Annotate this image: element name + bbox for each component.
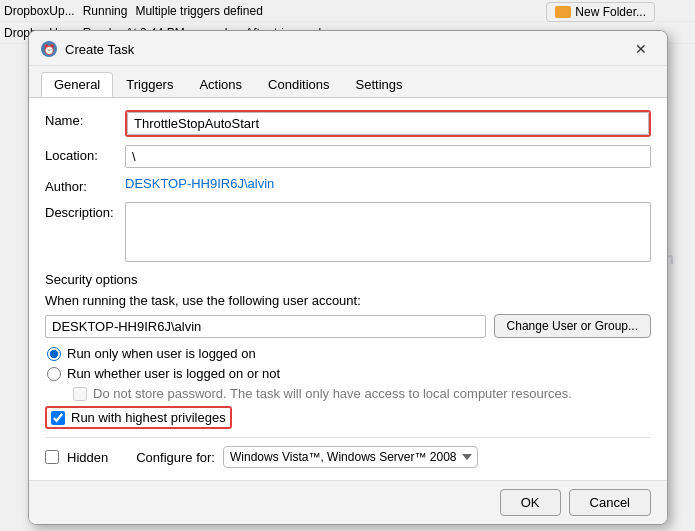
tab-bar: General Triggers Actions Conditions Sett… [29,66,667,97]
name-input-highlight [125,110,651,137]
dialog-footer: OK Cancel [29,480,667,524]
radio-logged-on[interactable] [47,347,61,361]
create-task-dialog: ⏰ Create Task ✕ General Triggers Actions… [28,30,668,525]
hidden-checkbox[interactable] [45,450,59,464]
tab-actions[interactable]: Actions [186,72,255,97]
user-account-row: Change User or Group... [45,314,651,338]
cancel-button[interactable]: Cancel [569,489,651,516]
tab-settings[interactable]: Settings [343,72,416,97]
run-highest-checkbox[interactable] [51,411,65,425]
dialog-title: Create Task [65,42,619,57]
no-store-checkbox [73,387,87,401]
dialog-content: Name: Location: Author: DESKTOP-HH9IR6J\… [29,97,667,480]
run-highest-row: Run with highest privileges [45,406,232,429]
bottom-row: Hidden Configure for: Windows Vista™, Wi… [45,437,651,468]
close-button[interactable]: ✕ [627,39,655,59]
name-input[interactable] [127,112,649,135]
bg-task-name-1: DropboxUp... [4,4,75,18]
tab-general[interactable]: General [41,72,113,97]
radio-logged-off-label[interactable]: Run whether user is logged on or not [67,366,280,381]
description-label: Description: [45,202,125,220]
security-title: Security options [45,272,651,287]
description-input[interactable] [125,202,651,262]
dialog-icon: ⏰ [41,41,57,57]
bg-task-status-1: Running [83,4,128,18]
radio-logged-off-row: Run whether user is logged on or not [45,366,651,381]
security-subtitle: When running the task, use the following… [45,293,651,308]
new-folder-label: New Folder... [575,5,646,19]
description-row: Description: [45,202,651,262]
author-value: DESKTOP-HH9IR6J\alvin [125,176,274,191]
title-bar: ⏰ Create Task ✕ [29,31,667,66]
configure-label: Configure for: [136,450,215,465]
change-user-button[interactable]: Change User or Group... [494,314,651,338]
author-row: Author: DESKTOP-HH9IR6J\alvin [45,176,651,194]
location-row: Location: [45,145,651,168]
no-store-label: Do not store password. The task will onl… [93,386,572,401]
folder-icon [555,6,571,18]
configure-select[interactable]: Windows Vista™, Windows Server™ 2008 Win… [223,446,478,468]
new-folder-button[interactable]: New Folder... [546,2,655,22]
name-label: Name: [45,110,125,128]
hidden-label[interactable]: Hidden [67,450,108,465]
location-input[interactable] [125,145,651,168]
run-highest-label[interactable]: Run with highest privileges [71,410,226,425]
user-account-input[interactable] [45,315,486,338]
security-section: Security options When running the task, … [45,272,651,429]
location-label: Location: [45,145,125,163]
author-label: Author: [45,176,125,194]
radio-logged-on-label[interactable]: Run only when user is logged on [67,346,256,361]
bg-task-trigger-1: Multiple triggers defined [135,4,262,18]
no-store-row: Do not store password. The task will onl… [45,386,651,401]
ok-button[interactable]: OK [500,489,561,516]
tab-triggers[interactable]: Triggers [113,72,186,97]
radio-logged-off[interactable] [47,367,61,381]
tab-conditions[interactable]: Conditions [255,72,342,97]
name-row: Name: [45,110,651,137]
radio-logged-on-row: Run only when user is logged on [45,346,651,361]
